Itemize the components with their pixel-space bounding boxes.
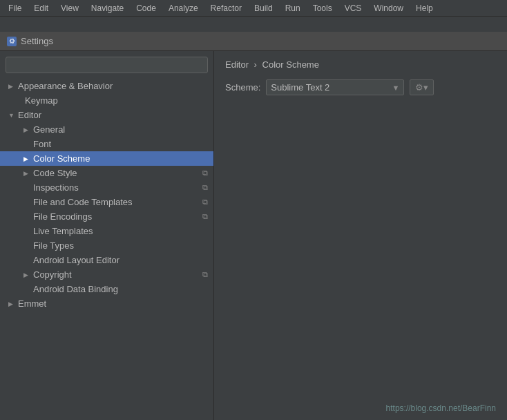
tree-item-android-layout[interactable]: Android Layout Editor	[0, 253, 213, 267]
arrow-icon	[8, 112, 18, 119]
arrow-icon	[8, 83, 18, 90]
search-container	[0, 51, 213, 77]
breadcrumb-parent: Editor	[225, 59, 249, 70]
tree-item-font[interactable]: Font	[0, 137, 213, 151]
menu-item-analyze[interactable]: Analyze	[163, 2, 204, 15]
copy-icon: ⧉	[202, 270, 208, 279]
arrow-icon	[23, 126, 33, 133]
menu-item-tools[interactable]: Tools	[307, 2, 338, 15]
tree-label: Emmet	[18, 298, 46, 309]
tree-label: Color Scheme	[33, 153, 90, 164]
right-panel: Editor › Color Scheme Scheme: Sublime Te…	[214, 51, 507, 420]
dialog-title-bar: ⚙ Settings	[0, 32, 507, 51]
tree-label: Editor	[18, 110, 41, 120]
menu-item-code[interactable]: Code	[131, 2, 162, 15]
menu-item-vcs[interactable]: VCS	[339, 2, 367, 15]
tree-item-file-code-templates[interactable]: File and Code Templates⧉	[0, 195, 213, 209]
tree-label: Live Templates	[33, 226, 93, 236]
tree-label: File Types	[33, 240, 74, 251]
breadcrumb: Editor › Color Scheme	[225, 59, 496, 70]
gear-icon: ⚙▾	[415, 82, 428, 93]
breadcrumb-current: Color Scheme	[262, 59, 319, 70]
scheme-label: Scheme:	[225, 82, 260, 93]
tree-item-copyright[interactable]: Copyright⧉	[0, 267, 213, 282]
menu-item-build[interactable]: Build	[249, 2, 278, 15]
settings-icon: ⚙	[7, 37, 17, 46]
menu-item-run[interactable]: Run	[280, 2, 306, 15]
tree-item-general[interactable]: General	[0, 122, 213, 137]
tree-label: Inspections	[33, 182, 79, 193]
tree-item-file-encodings[interactable]: File Encodings⧉	[0, 209, 213, 224]
tree-item-android-data[interactable]: Android Data Binding	[0, 282, 213, 296]
breadcrumb-sep: ›	[254, 59, 257, 70]
settings-dialog: ⚙ Settings Appearance & BehaviorKeymapEd…	[0, 32, 507, 420]
menu-item-edit[interactable]: Edit	[28, 2, 54, 15]
menu-item-refactor[interactable]: Refactor	[205, 2, 247, 15]
arrow-icon	[8, 300, 18, 307]
copy-icon: ⧉	[202, 212, 208, 221]
copy-icon: ⧉	[202, 183, 208, 192]
tree-label: Android Layout Editor	[33, 255, 119, 265]
arrow-icon	[23, 170, 33, 177]
menu-bar: FileEditViewNavigateCodeAnalyzeRefactorB…	[0, 0, 507, 17]
copy-icon: ⧉	[202, 169, 208, 178]
tree-item-appearance[interactable]: Appearance & Behavior	[0, 79, 213, 93]
tree-item-code-style[interactable]: Code Style⧉	[0, 166, 213, 180]
menu-item-view[interactable]: View	[55, 2, 84, 15]
scheme-gear-button[interactable]: ⚙▾	[410, 79, 434, 95]
dialog-title: Settings	[21, 36, 53, 46]
tree-item-color-scheme[interactable]: Color Scheme	[0, 151, 213, 166]
left-panel: Appearance & BehaviorKeymapEditorGeneral…	[0, 51, 214, 420]
scheme-dropdown[interactable]: Sublime Text 2 ▼	[266, 79, 404, 95]
settings-tree: Appearance & BehaviorKeymapEditorGeneral…	[0, 77, 213, 420]
tree-label: Keymap	[25, 95, 58, 106]
tree-item-emmet[interactable]: Emmet	[0, 296, 213, 311]
tree-label: Android Data Binding	[33, 284, 118, 294]
search-input[interactable]	[6, 57, 208, 73]
scheme-value: Sublime Text 2	[271, 82, 388, 93]
tree-label: Appearance & Behavior	[18, 81, 113, 91]
tree-item-keymap[interactable]: Keymap	[0, 93, 213, 108]
arrow-icon	[23, 271, 33, 278]
tree-label: General	[33, 124, 65, 135]
tree-label: Code Style	[33, 168, 77, 178]
tree-label: File and Code Templates	[33, 197, 133, 207]
tree-label: Font	[33, 139, 51, 149]
dialog-body: Appearance & BehaviorKeymapEditorGeneral…	[0, 51, 507, 420]
tree-item-editor[interactable]: Editor	[0, 108, 213, 122]
menu-item-help[interactable]: Help	[410, 2, 439, 15]
scheme-row: Scheme: Sublime Text 2 ▼ ⚙▾	[225, 79, 496, 95]
footer-link: https://blog.csdn.net/BearFinn	[386, 403, 496, 413]
menu-item-window[interactable]: Window	[368, 2, 409, 15]
dropdown-arrow-icon: ▼	[392, 84, 399, 92]
tree-label: File Encodings	[33, 211, 92, 222]
arrow-icon	[23, 155, 33, 162]
menu-item-file[interactable]: File	[3, 2, 27, 15]
menu-item-navigate[interactable]: Navigate	[86, 2, 129, 15]
copy-icon: ⧉	[202, 198, 208, 207]
tree-item-inspections[interactable]: Inspections⧉	[0, 180, 213, 195]
tree-item-live-templates[interactable]: Live Templates	[0, 224, 213, 238]
tree-label: Copyright	[33, 269, 72, 280]
tree-item-file-types[interactable]: File Types	[0, 238, 213, 253]
